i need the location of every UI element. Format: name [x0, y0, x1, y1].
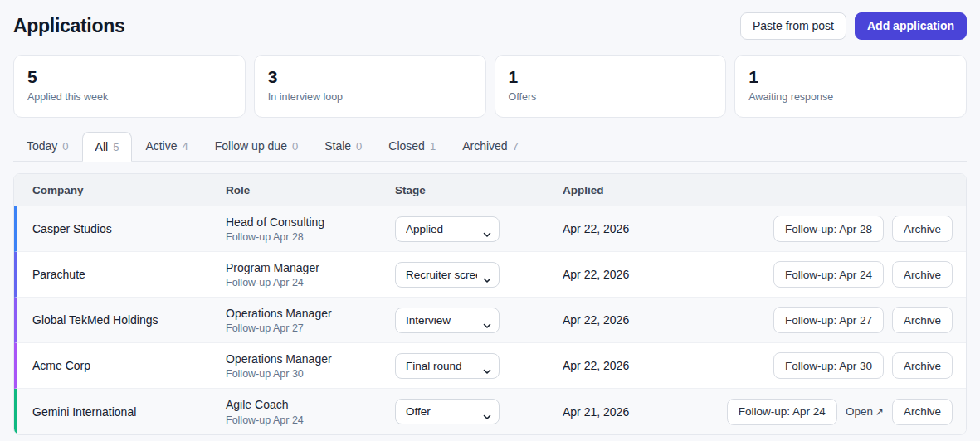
- stat-card: 3 In interview loop: [254, 55, 486, 118]
- open-link[interactable]: Open↗: [846, 405, 884, 418]
- archive-button[interactable]: Archive: [892, 216, 953, 242]
- tab-count: 7: [513, 140, 519, 153]
- tab-label: Closed: [388, 139, 425, 153]
- archive-button[interactable]: Archive: [892, 399, 953, 425]
- tab-count: 1: [430, 140, 436, 153]
- followup-button[interactable]: Follow-up: Apr 28: [773, 216, 884, 242]
- stage-select[interactable]: Final round: [395, 353, 500, 379]
- role-followup-note: Follow-up Apr 28: [226, 231, 395, 243]
- stage-select-wrap: Recruiter screen: [395, 267, 500, 281]
- column-header-stage: Stage: [395, 184, 563, 196]
- archive-button[interactable]: Archive: [892, 352, 953, 379]
- stage-select-wrap: Applied: [395, 221, 500, 235]
- stage-cell: Interview: [395, 308, 563, 333]
- company-name: Parachute: [32, 268, 226, 281]
- stage-select[interactable]: Applied: [395, 216, 500, 242]
- stat-label: Applied this week: [27, 91, 232, 103]
- tab-bar: Today 0 All 5 Active 4 Follow up due 0 S…: [13, 131, 967, 162]
- tab[interactable]: All 5: [82, 132, 133, 162]
- open-link-label: Open: [846, 405, 873, 418]
- stat-value: 5: [27, 66, 232, 88]
- table-row: Global TekMed Holdings Operations Manage…: [14, 298, 966, 343]
- tab-label: Stale: [324, 139, 351, 153]
- followup-button[interactable]: Follow-up: Apr 30: [773, 352, 884, 379]
- role-followup-note: Follow-up Apr 27: [226, 322, 395, 334]
- topbar: Applications Paste from post Add applica…: [13, 11, 967, 41]
- company-name: Acme Corp: [32, 359, 226, 372]
- add-application-button[interactable]: Add application: [855, 12, 967, 40]
- stat-card: 1 Awaiting response: [734, 55, 967, 118]
- tab-count: 0: [62, 140, 68, 153]
- column-header-role: Role: [226, 184, 395, 196]
- tab[interactable]: Closed 1: [375, 131, 449, 161]
- company-name: Casper Studios: [32, 222, 226, 235]
- role-cell: Agile Coach Follow-up Apr 24: [226, 397, 395, 426]
- paste-from-post-button[interactable]: Paste from post: [740, 12, 846, 40]
- tab-label: Archived: [462, 139, 507, 153]
- table-row: Acme Corp Operations Manager Follow-up A…: [14, 343, 966, 389]
- table-row: Parachute Program Manager Follow-up Apr …: [14, 252, 966, 298]
- stage-select[interactable]: Recruiter screen: [395, 262, 500, 288]
- table-header: Company Role Stage Applied: [14, 174, 966, 206]
- role-followup-note: Follow-up Apr 30: [226, 368, 395, 380]
- role-title: Operations Manager: [226, 351, 395, 367]
- tab-label: All: [95, 140, 109, 153]
- company-name: Gemini International: [32, 405, 226, 419]
- role-title: Head of Consulting: [226, 215, 395, 230]
- tab[interactable]: Archived 7: [449, 131, 532, 161]
- company-name: Global TekMed Holdings: [32, 313, 226, 327]
- column-header-company: Company: [32, 184, 226, 196]
- stat-label: Awaiting response: [748, 91, 953, 103]
- tab-count: 5: [113, 141, 119, 153]
- row-actions: Follow-up: Apr 24 Archive: [773, 261, 966, 288]
- stage-select[interactable]: Offer: [395, 399, 500, 424]
- table-row: Gemini International Agile Coach Follow-…: [14, 389, 966, 434]
- tab-label: Follow up due: [215, 139, 287, 153]
- page-title: Applications: [13, 15, 124, 37]
- stage-select-wrap: Interview: [395, 313, 500, 327]
- role-title: Program Manager: [226, 260, 395, 276]
- table-body: Casper Studios Head of Consulting Follow…: [14, 206, 966, 434]
- followup-button[interactable]: Follow-up: Apr 24: [727, 399, 837, 425]
- applied-date: Apr 22, 2026: [563, 222, 773, 235]
- role-followup-note: Follow-up Apr 24: [226, 414, 395, 426]
- row-actions: Follow-up: Apr 24 Open↗ Archive: [727, 399, 966, 425]
- archive-button[interactable]: Archive: [892, 261, 953, 288]
- stage-cell: Applied: [395, 216, 563, 242]
- row-actions: Follow-up: Apr 27 Archive: [773, 307, 966, 333]
- stage-select[interactable]: Interview: [395, 308, 500, 333]
- tab-count: 4: [183, 140, 188, 153]
- applied-date: Apr 21, 2026: [563, 405, 727, 419]
- row-actions: Follow-up: Apr 30 Archive: [773, 352, 966, 379]
- page: Applications Paste from post Add applica…: [0, 0, 980, 435]
- applied-date: Apr 22, 2026: [563, 313, 773, 327]
- stat-card: 5 Applied this week: [13, 55, 246, 118]
- followup-button[interactable]: Follow-up: Apr 27: [773, 307, 884, 333]
- stage-cell: Offer: [395, 399, 563, 424]
- role-cell: Head of Consulting Follow-up Apr 28: [226, 215, 395, 244]
- topbar-actions: Paste from post Add application: [740, 12, 967, 40]
- column-header-applied: Applied: [563, 184, 966, 196]
- tab[interactable]: Follow up due 0: [202, 131, 311, 161]
- row-actions: Follow-up: Apr 28 Archive: [773, 216, 966, 242]
- stat-card: 1 Offers: [495, 55, 727, 118]
- role-followup-note: Follow-up Apr 24: [226, 277, 395, 288]
- tab[interactable]: Stale 0: [311, 131, 375, 161]
- stat-value: 3: [268, 66, 472, 88]
- role-title: Agile Coach: [226, 397, 395, 413]
- stat-label: Offers: [509, 91, 713, 103]
- stage-cell: Recruiter screen: [395, 262, 563, 288]
- tab[interactable]: Active 4: [132, 131, 201, 161]
- stage-cell: Final round: [395, 353, 563, 379]
- archive-button[interactable]: Archive: [892, 307, 953, 333]
- followup-button[interactable]: Follow-up: Apr 24: [773, 261, 884, 288]
- external-link-icon: ↗: [875, 406, 884, 418]
- stat-value: 1: [748, 66, 953, 88]
- stage-select-wrap: Final round: [395, 358, 500, 372]
- role-cell: Program Manager Follow-up Apr 24: [226, 260, 395, 289]
- stat-label: In interview loop: [268, 91, 472, 103]
- applied-date: Apr 22, 2026: [563, 359, 773, 372]
- role-title: Operations Manager: [226, 306, 395, 322]
- tab-count: 0: [292, 140, 298, 153]
- tab[interactable]: Today 0: [13, 131, 82, 161]
